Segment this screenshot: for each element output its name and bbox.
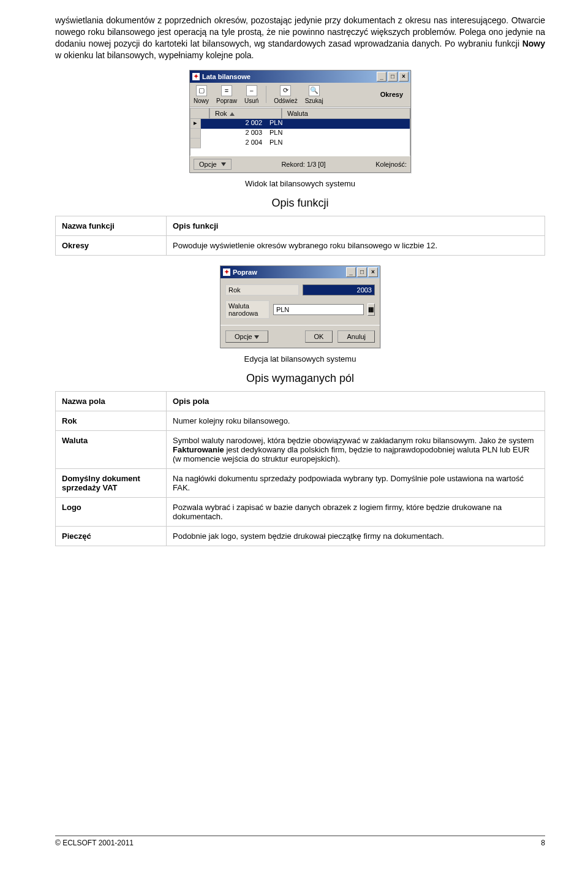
table-row: Rok Numer kolejny roku bilansowego. xyxy=(56,411,545,430)
ok-button[interactable]: OK xyxy=(305,330,333,343)
col-header: Opis funkcji xyxy=(167,216,545,235)
col-header: Nazwa pola xyxy=(56,391,167,411)
toolbar: ▢Nowy =Popraw −Usuń ⟳Odśwież 🔍Szukaj Okr… xyxy=(190,83,410,107)
intro-paragraph: wyświetlania dokumentów z poprzednich ok… xyxy=(55,15,545,61)
rok-field[interactable]: 2003 xyxy=(303,284,375,295)
table-row: Waluta Symbol waluty narodowej, która bę… xyxy=(56,430,545,468)
window-title: Lata bilansowe xyxy=(202,73,251,80)
col-header: Nazwa funkcji xyxy=(56,216,167,235)
minimize-icon[interactable]: _ xyxy=(346,267,356,277)
table-row[interactable]: ▸ 2 002 PLN xyxy=(190,119,410,129)
figure-caption: Edycja lat bilansowych systemu xyxy=(244,354,356,364)
app-icon: ✦ xyxy=(223,268,230,276)
sort-asc-icon xyxy=(230,112,235,116)
popraw-button[interactable]: =Popraw xyxy=(216,85,237,104)
maximize-icon[interactable]: □ xyxy=(357,267,367,277)
window-popraw: ✦ Popraw _ □ × Rok 2003 Waluta narodowa … xyxy=(220,265,380,348)
chevron-down-icon xyxy=(254,335,259,339)
page-number: 8 xyxy=(541,839,545,847)
usun-button[interactable]: −Usuń xyxy=(244,85,258,104)
close-icon[interactable]: × xyxy=(368,267,378,277)
window-titlebar[interactable]: ✦ Lata bilansowe _ □ × xyxy=(190,70,410,83)
table-row: Okresy Powoduje wyświetlenie okresów wyb… xyxy=(56,235,545,255)
table-row: Logo Pozwala wybrać i zapisać w bazie da… xyxy=(56,497,545,526)
window-titlebar[interactable]: ✦ Popraw _ □ × xyxy=(221,266,380,278)
table-row: Domyślny dokument sprzedaży VAT Na nagłó… xyxy=(56,468,545,497)
col-waluta[interactable]: Waluta xyxy=(282,108,410,119)
table-row[interactable]: 2 004 PLN xyxy=(190,139,410,148)
col-header: Opis pola xyxy=(167,391,545,411)
window-lata-bilansowe: ✦ Lata bilansowe _ □ × ▢Nowy =Popraw −Us… xyxy=(189,70,411,173)
szukaj-button[interactable]: 🔍Szukaj xyxy=(305,85,323,104)
opcje-button[interactable]: Opcje xyxy=(194,159,232,170)
table-row: Pieczęć Podobnie jak logo, system będzie… xyxy=(56,526,545,546)
waluta-field[interactable] xyxy=(273,304,364,315)
okresy-button[interactable]: Okresy xyxy=(380,91,407,98)
nowy-button[interactable]: ▢Nowy xyxy=(194,85,209,104)
table-row[interactable]: 2 003 PLN xyxy=(190,129,410,139)
row-indicator-icon: ▸ xyxy=(190,119,201,129)
minimize-icon[interactable]: _ xyxy=(377,72,386,82)
anuluj-button[interactable]: Anuluj xyxy=(337,330,375,343)
section-title-opis-pol: Opis wymaganych pól xyxy=(55,372,545,385)
table-opis-funkcji: Nazwa funkcji Opis funkcji Okresy Powodu… xyxy=(55,216,545,256)
app-icon: ✦ xyxy=(192,73,200,80)
footer-copyright: © ECLSOFT 2001-2011 xyxy=(55,839,134,847)
grid-header: Rok Waluta xyxy=(190,107,410,119)
kolejnosc-label: Kolejność: xyxy=(375,161,407,168)
record-status: Rekord: 1/3 [0] xyxy=(281,161,325,168)
col-rok[interactable]: Rok xyxy=(209,108,282,119)
odswiez-button[interactable]: ⟳Odśwież xyxy=(274,85,297,104)
label-rok: Rok xyxy=(225,284,299,295)
window-title: Popraw xyxy=(233,268,257,276)
figure-caption: Widok lat bilansowych systemu xyxy=(245,179,355,188)
opcje-button[interactable]: Opcje xyxy=(225,330,268,343)
lookup-icon[interactable]: ▦ xyxy=(368,303,375,316)
chevron-down-icon xyxy=(221,162,226,166)
table-opis-pol: Nazwa pola Opis pola Rok Numer kolejny r… xyxy=(55,391,545,546)
close-icon[interactable]: × xyxy=(399,72,409,82)
label-waluta: Waluta narodowa xyxy=(225,300,270,319)
maximize-icon[interactable]: □ xyxy=(388,72,398,82)
section-title-opis-funkcji: Opis funkcji xyxy=(55,197,545,210)
